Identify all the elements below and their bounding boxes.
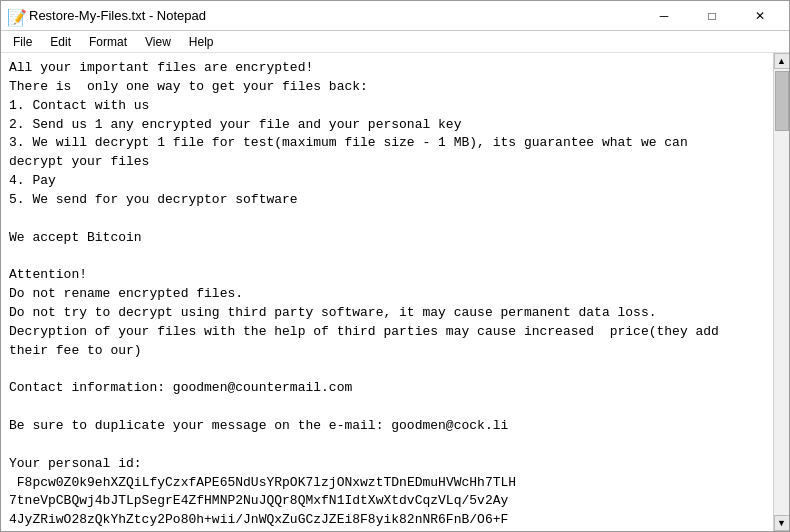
menu-view[interactable]: View [137,33,179,51]
minimize-button[interactable]: ─ [641,5,687,27]
window-title: Restore-My-Files.txt - Notepad [29,8,206,23]
menu-edit[interactable]: Edit [42,33,79,51]
menu-bar: File Edit Format View Help [1,31,789,53]
scroll-thumb[interactable] [775,71,789,131]
scroll-down-button[interactable]: ▼ [774,515,790,531]
close-button[interactable]: ✕ [737,5,783,27]
maximize-button[interactable]: □ [689,5,735,27]
title-bar-left: 📝 Restore-My-Files.txt - Notepad [7,8,206,24]
notepad-window: 📝 Restore-My-Files.txt - Notepad ─ □ ✕ F… [0,0,790,532]
menu-file[interactable]: File [5,33,40,51]
title-bar: 📝 Restore-My-Files.txt - Notepad ─ □ ✕ [1,1,789,31]
text-editor[interactable]: All your important files are encrypted! … [1,53,773,531]
content-area: All your important files are encrypted! … [1,53,789,531]
menu-help[interactable]: Help [181,33,222,51]
scrollbar: ▲ ▼ [773,53,789,531]
scroll-up-button[interactable]: ▲ [774,53,790,69]
notepad-icon: 📝 [7,8,23,24]
menu-format[interactable]: Format [81,33,135,51]
title-bar-controls: ─ □ ✕ [641,5,783,27]
